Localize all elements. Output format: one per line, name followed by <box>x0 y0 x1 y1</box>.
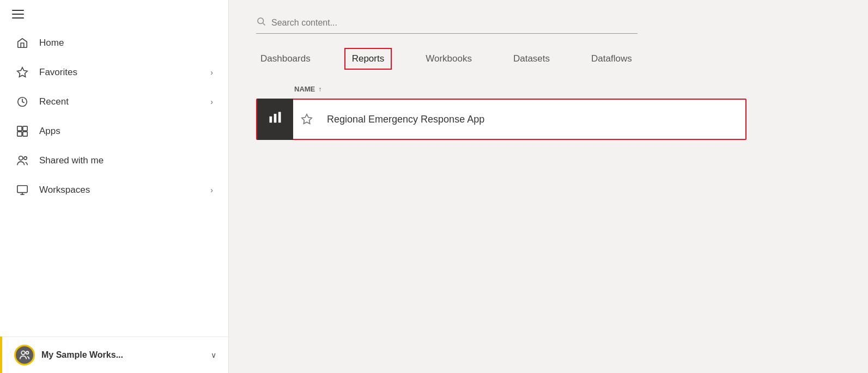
bar-chart-icon <box>268 110 283 129</box>
svg-line-14 <box>263 23 265 26</box>
star-favorite-button[interactable] <box>293 113 320 125</box>
workspace-item-button[interactable]: My Sample Works... ∨ <box>2 337 228 373</box>
svg-rect-3 <box>23 126 27 131</box>
sidebar-item-workspaces[interactable]: Workspaces › <box>0 175 228 205</box>
svg-marker-18 <box>302 114 312 124</box>
sidebar: Home Favorites › Recent › <box>0 0 229 373</box>
name-column-header: NAME <box>294 85 315 93</box>
sidebar-item-apps[interactable]: Apps <box>0 117 228 146</box>
workspace-avatar <box>14 345 35 365</box>
hamburger-icon <box>12 10 24 19</box>
svg-point-11 <box>21 351 25 355</box>
workspace-chevron-icon: ∨ <box>211 351 216 359</box>
favorites-arrow: › <box>210 68 213 77</box>
svg-rect-15 <box>270 117 272 123</box>
sort-arrow-icon: ↑ <box>318 85 321 93</box>
search-bar <box>256 16 638 34</box>
tab-workbooks[interactable]: Workbooks <box>421 51 476 66</box>
svg-point-12 <box>26 351 29 354</box>
recent-arrow: › <box>210 97 213 106</box>
svg-rect-16 <box>274 114 277 123</box>
main-content: Dashboards Reports Workbooks Datasets Da… <box>229 0 868 373</box>
svg-rect-2 <box>17 126 22 131</box>
tab-reports[interactable]: Reports <box>348 51 389 66</box>
recent-label: Recent <box>39 96 201 107</box>
clock-icon <box>15 95 29 109</box>
workspaces-icon <box>15 183 29 197</box>
sidebar-item-favorites[interactable]: Favorites › <box>0 58 228 87</box>
svg-point-13 <box>258 18 264 24</box>
svg-marker-0 <box>17 68 27 77</box>
svg-point-7 <box>24 157 27 160</box>
tab-datasets[interactable]: Datasets <box>509 51 554 66</box>
tab-dataflows[interactable]: Dataflows <box>587 51 636 66</box>
home-label: Home <box>39 38 213 48</box>
star-icon <box>15 65 29 80</box>
report-name-label[interactable]: Regional Emergency Response App <box>320 114 491 125</box>
apps-label: Apps <box>39 126 213 137</box>
tab-dashboards[interactable]: Dashboards <box>256 51 315 66</box>
svg-rect-5 <box>23 132 27 136</box>
report-type-icon-box <box>257 99 293 140</box>
sidebar-nav: Home Favorites › Recent › <box>0 28 228 337</box>
svg-rect-8 <box>17 186 27 193</box>
favorites-label: Favorites <box>39 67 201 78</box>
workspaces-arrow: › <box>210 186 213 194</box>
svg-point-6 <box>19 156 23 160</box>
sidebar-item-shared[interactable]: Shared with me <box>0 146 228 175</box>
report-row[interactable]: Regional Emergency Response App <box>256 99 746 140</box>
tabs-row: Dashboards Reports Workbooks Datasets Da… <box>256 51 841 66</box>
shared-label: Shared with me <box>39 155 213 166</box>
sidebar-item-recent[interactable]: Recent › <box>0 87 228 117</box>
search-input[interactable] <box>271 18 489 28</box>
svg-rect-17 <box>278 112 281 123</box>
table-header: NAME ↑ <box>256 82 841 96</box>
hamburger-button[interactable] <box>0 0 228 28</box>
sidebar-item-home[interactable]: Home <box>0 28 228 58</box>
workspace-bottom: My Sample Works... ∨ <box>0 337 228 373</box>
apps-icon <box>15 124 29 138</box>
home-icon <box>15 36 29 50</box>
workspaces-label: Workspaces <box>39 185 201 195</box>
workspace-label: My Sample Works... <box>41 350 204 360</box>
people-icon <box>15 154 29 168</box>
search-icon <box>256 16 266 29</box>
svg-rect-4 <box>17 132 22 136</box>
